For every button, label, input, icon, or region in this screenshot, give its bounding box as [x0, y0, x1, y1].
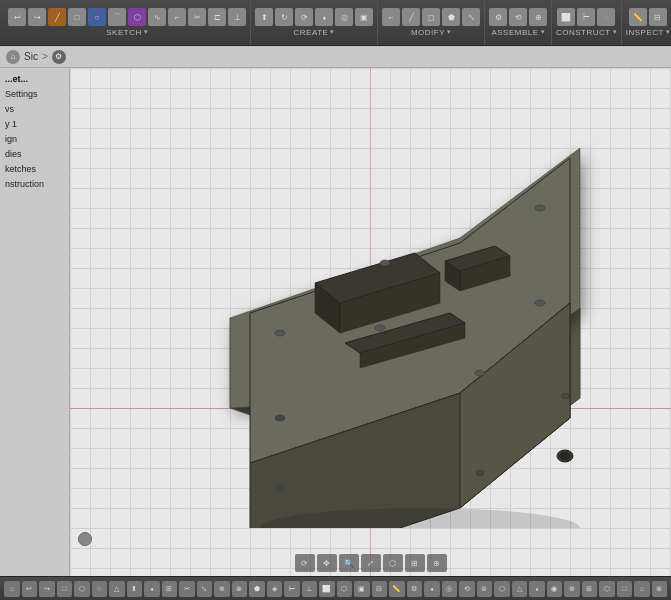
bottom-icon-19[interactable]: ⬜ — [319, 581, 335, 597]
bottom-icon-37[interactable]: ⌂ — [634, 581, 650, 597]
measure-tool[interactable]: 📏 — [629, 8, 647, 26]
bottom-icon-2[interactable]: ↩ — [22, 581, 38, 597]
bottom-icon-13[interactable]: ⊕ — [214, 581, 230, 597]
bottom-icon-25[interactable]: ⬧ — [424, 581, 440, 597]
bottom-icon-17[interactable]: ⊢ — [284, 581, 300, 597]
breadcrumb-sic[interactable]: Sic — [24, 51, 38, 62]
pan-button[interactable]: ✥ — [317, 554, 337, 572]
redo-button[interactable]: ↪ — [28, 8, 46, 26]
3d-box-svg — [150, 98, 600, 528]
bottom-icon-4[interactable]: □ — [57, 581, 73, 597]
screw-br — [475, 370, 485, 376]
left-panel-sketches[interactable]: ketches — [2, 162, 67, 176]
project-tool[interactable]: ⊥ — [228, 8, 246, 26]
bottom-icon-14[interactable]: ⊗ — [232, 581, 248, 597]
plane-tool[interactable]: ⬜ — [557, 8, 575, 26]
bottom-icon-30[interactable]: △ — [512, 581, 528, 597]
left-panel-y1[interactable]: y 1 — [2, 117, 67, 131]
bottom-icon-20[interactable]: ⬡ — [337, 581, 353, 597]
modify-shell[interactable]: ◻ — [422, 8, 440, 26]
bottom-icon-9[interactable]: ⬧ — [144, 581, 160, 597]
arc-tool[interactable]: ⌒ — [108, 8, 126, 26]
trim-tool[interactable]: ✂ — [188, 8, 206, 26]
spline-tool[interactable]: ∿ — [148, 8, 166, 26]
modify-chamfer[interactable]: ╱ — [402, 8, 420, 26]
left-panel-ign[interactable]: ign — [2, 132, 67, 146]
bottom-icon-29[interactable]: ⬡ — [494, 581, 510, 597]
bottom-icon-5[interactable]: ⬡ — [74, 581, 90, 597]
box-tool[interactable]: ▣ — [355, 8, 373, 26]
offset-tool[interactable]: ⊏ — [208, 8, 226, 26]
inspect-label-row[interactable]: INSPECT ▾ — [626, 26, 670, 37]
bottom-icon-18[interactable]: ⊥ — [302, 581, 318, 597]
screw-tr-left — [380, 260, 390, 266]
assemble-label-row[interactable]: ASSEMBLE ▾ — [491, 26, 544, 37]
bottom-icon-34[interactable]: ⊞ — [582, 581, 598, 597]
bottom-icon-11[interactable]: ✂ — [179, 581, 195, 597]
left-panel-settings[interactable]: Settings — [2, 87, 67, 101]
bottom-icon-15[interactable]: ⬟ — [249, 581, 265, 597]
undo-button[interactable]: ↩ — [8, 8, 26, 26]
breadcrumb-home-icon[interactable]: ⌂ — [6, 50, 20, 64]
axis-tool[interactable]: ⊢ — [577, 8, 595, 26]
point-tool[interactable]: · — [597, 8, 615, 26]
nav-cube[interactable] — [78, 532, 92, 546]
sweep-tool[interactable]: ⟳ — [295, 8, 313, 26]
bottom-icon-7[interactable]: △ — [109, 581, 125, 597]
modify-scale[interactable]: ⤡ — [462, 8, 480, 26]
port-front-inner — [560, 452, 570, 460]
revolve-tool[interactable]: ↻ — [275, 8, 293, 26]
fillet-tool[interactable]: ⌐ — [168, 8, 186, 26]
bottom-icon-27[interactable]: ⟲ — [459, 581, 475, 597]
loft-tool[interactable]: ⬧ — [315, 8, 333, 26]
extrude-tool[interactable]: ⬆ — [255, 8, 273, 26]
line-tool[interactable]: ╱ — [48, 8, 66, 26]
bottom-icon-31[interactable]: ⬧ — [529, 581, 545, 597]
bottom-icon-3[interactable]: ↪ — [39, 581, 55, 597]
bottom-icon-33[interactable]: ⊕ — [564, 581, 580, 597]
construct-label-row[interactable]: CONSTRUCT ▾ — [556, 26, 617, 37]
left-panel-dies[interactable]: dies — [2, 147, 67, 161]
joint-tool[interactable]: ⚙ — [489, 8, 507, 26]
contact-tool[interactable]: ⊕ — [529, 8, 547, 26]
hole-tool[interactable]: ◎ — [335, 8, 353, 26]
bottom-icon-38[interactable]: ⊗ — [652, 581, 668, 597]
bottom-icon-23[interactable]: 📏 — [389, 581, 405, 597]
fit-button[interactable]: ⤢ — [361, 554, 381, 572]
orbit-button[interactable]: ⟳ — [295, 554, 315, 572]
create-label-row[interactable]: CREATE ▾ — [294, 26, 335, 37]
breadcrumb-settings-icon[interactable]: ⚙ — [52, 50, 66, 64]
modify-draft[interactable]: ⬟ — [442, 8, 460, 26]
rect-tool[interactable]: □ — [68, 8, 86, 26]
motion-tool[interactable]: ⟲ — [509, 8, 527, 26]
bottom-icon-32[interactable]: ◉ — [547, 581, 563, 597]
viewport[interactable]: ⟳ ✥ 🔍 ⤢ ⬡ ⊞ ⊕ — [70, 68, 671, 576]
bottom-icon-35[interactable]: ⬡ — [599, 581, 615, 597]
bottom-icon-10[interactable]: ⊞ — [162, 581, 178, 597]
bottom-icon-1[interactable]: ⌂ — [4, 581, 20, 597]
sketch-section: ↩ ↪ ╱ □ ○ ⌒ ⬡ ∿ ⌐ ✂ ⊏ ⊥ SKETCH ▾ — [4, 1, 251, 45]
bottom-icon-12[interactable]: ⤡ — [197, 581, 213, 597]
zoom-button[interactable]: 🔍 — [339, 554, 359, 572]
modify-fillet[interactable]: ⌐ — [382, 8, 400, 26]
bottom-icon-22[interactable]: ⊟ — [372, 581, 388, 597]
circle-tool[interactable]: ○ — [88, 8, 106, 26]
assemble-caret: ▾ — [541, 28, 545, 36]
snap-button[interactable]: ⊕ — [427, 554, 447, 572]
bottom-icon-8[interactable]: ⬆ — [127, 581, 143, 597]
left-panel-vs[interactable]: vs — [2, 102, 67, 116]
grid-button[interactable]: ⊞ — [405, 554, 425, 572]
bottom-icon-21[interactable]: ▣ — [354, 581, 370, 597]
bottom-icon-26[interactable]: ◎ — [442, 581, 458, 597]
left-panel-construction[interactable]: nstruction — [2, 177, 67, 191]
perspective-button[interactable]: ⬡ — [383, 554, 403, 572]
polygon-tool[interactable]: ⬡ — [128, 8, 146, 26]
bottom-icon-24[interactable]: ⚙ — [407, 581, 423, 597]
modify-label-row[interactable]: MODIFY ▾ — [411, 26, 451, 37]
bottom-icon-16[interactable]: ◈ — [267, 581, 283, 597]
bottom-icon-36[interactable]: □ — [617, 581, 633, 597]
bottom-icon-28[interactable]: ⊛ — [477, 581, 493, 597]
section-tool[interactable]: ⊟ — [649, 8, 667, 26]
bottom-icon-6[interactable]: ○ — [92, 581, 108, 597]
sketch-label-row[interactable]: SKETCH ▾ — [106, 26, 147, 37]
